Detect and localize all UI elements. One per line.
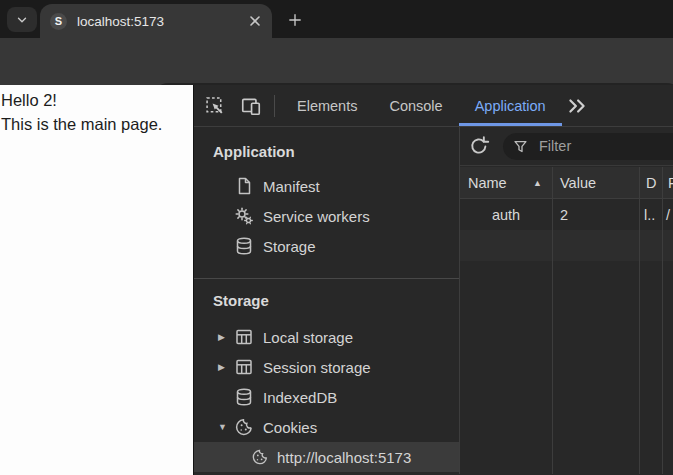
refresh-icon	[468, 135, 490, 157]
cookies-table: Name ▲ Value D P au	[460, 167, 673, 474]
sort-ascending-icon: ▲	[533, 178, 542, 188]
expand-arrow-icon[interactable]: ▶	[218, 362, 234, 372]
table-grid-icon	[234, 327, 254, 347]
cookie-row-auth[interactable]: auth 2 l.. /	[460, 199, 673, 230]
section-storage: Storage ▶ Local storage ▶ Session sto	[194, 279, 459, 472]
devtools-tabstrip: Elements Console Application	[194, 85, 673, 127]
sidebar-item-label: Session storage	[263, 359, 371, 376]
column-divider	[662, 167, 663, 474]
devtools-body: Application Manifest Service worker	[194, 127, 673, 474]
manifest-document-icon	[234, 176, 254, 196]
collapse-arrow-icon[interactable]: ▼	[218, 422, 234, 432]
devtools-panel: Elements Console Application Application…	[193, 85, 673, 475]
sidebar-item-label: Cookies	[263, 419, 317, 436]
table-header-row: Name ▲ Value D P	[460, 167, 673, 199]
double-chevron-icon	[566, 95, 588, 117]
plus-icon	[287, 12, 303, 28]
column-header-name[interactable]: Name ▲	[460, 167, 552, 198]
browser-tab[interactable]: S localhost:5173	[40, 4, 272, 38]
sidebar-item-local-storage[interactable]: ▶ Local storage	[194, 322, 459, 352]
filter-input[interactable]	[537, 137, 673, 155]
column-label: Name	[468, 175, 533, 191]
new-tab-button[interactable]	[284, 9, 305, 30]
cookie-icon	[251, 448, 269, 466]
sidebar-item-label: IndexedDB	[263, 389, 337, 406]
sidebar-item-cookies[interactable]: ▼ Cookies	[194, 412, 459, 442]
cookie-path-cell: /	[662, 199, 673, 230]
sidebar-item-indexeddb[interactable]: IndexedDB	[194, 382, 459, 412]
cookies-pane: Name ▲ Value D P au	[460, 127, 673, 474]
section-title-storage: Storage	[194, 288, 459, 314]
chevron-down-icon	[15, 13, 29, 27]
toolbar-divider	[274, 95, 275, 117]
sidebar-item-label: Manifest	[263, 178, 320, 195]
tab-bar: S localhost:5173	[0, 0, 673, 38]
column-divider	[639, 167, 640, 474]
column-divider	[552, 167, 553, 474]
tab-favicon-icon: S	[50, 13, 67, 30]
section-title-application: Application	[194, 139, 459, 165]
sidebar-item-label: Local storage	[263, 329, 353, 346]
cookies-toolbar	[460, 127, 673, 166]
service-workers-gears-icon	[234, 206, 254, 226]
table-grid-icon	[234, 357, 254, 377]
refresh-button[interactable]	[468, 135, 490, 157]
sidebar-item-session-storage[interactable]: ▶ Session storage	[194, 352, 459, 382]
cookie-domain-cell: l..	[639, 199, 662, 230]
column-label: Value	[560, 175, 596, 191]
tab-title: localhost:5173	[77, 14, 245, 29]
tab-list-button[interactable]	[7, 7, 37, 32]
inspect-icon	[204, 95, 226, 117]
column-label: D	[646, 175, 656, 191]
page-body-text: This is the main page.	[1, 112, 193, 136]
sidebar-item-storage[interactable]: Storage	[194, 231, 459, 261]
filter-funnel-icon	[513, 139, 528, 154]
inspect-element-button[interactable]	[204, 95, 226, 117]
browser-window: S localhost:5173 localhost:5173	[0, 0, 673, 475]
browser-toolbar: localhost:5173	[0, 38, 673, 85]
cookie-name-cell: auth	[460, 199, 552, 230]
page-heading: Hello 2!	[1, 88, 193, 112]
database-icon	[234, 236, 254, 256]
sidebar-item-manifest[interactable]: Manifest	[194, 171, 459, 201]
cookie-icon	[234, 417, 254, 437]
devtools-tab-elements[interactable]: Elements	[281, 85, 373, 126]
sidebar-item-label: http://localhost:5173	[277, 449, 411, 466]
device-toolbar-button[interactable]	[240, 95, 262, 117]
column-header-value[interactable]: Value	[552, 167, 639, 198]
cookie-value-cell: 2	[552, 199, 639, 230]
column-header-path[interactable]: P	[662, 167, 673, 198]
devtools-tab-application[interactable]: Application	[459, 85, 562, 126]
tab-close-icon[interactable]	[245, 12, 264, 31]
expand-arrow-icon[interactable]: ▶	[218, 332, 234, 342]
devtools-sidebar: Application Manifest Service worker	[194, 127, 460, 474]
sidebar-item-label: Service workers	[263, 208, 370, 225]
sidebar-item-service-workers[interactable]: Service workers	[194, 201, 459, 231]
database-icon	[234, 387, 254, 407]
column-header-domain[interactable]: D	[639, 167, 662, 198]
devtools-tab-console[interactable]: Console	[373, 85, 458, 126]
device-toolbar-icon	[240, 95, 262, 117]
sidebar-item-label: Storage	[263, 238, 316, 255]
sidebar-item-cookie-origin[interactable]: http://localhost:5173	[194, 442, 459, 472]
column-label: P	[668, 175, 673, 191]
empty-row-stripe	[460, 230, 673, 261]
filter-box[interactable]	[503, 133, 673, 160]
more-tabs-button[interactable]	[566, 95, 588, 117]
page-content: Hello 2! This is the main page.	[0, 85, 193, 475]
section-application: Application Manifest Service worker	[194, 127, 459, 261]
